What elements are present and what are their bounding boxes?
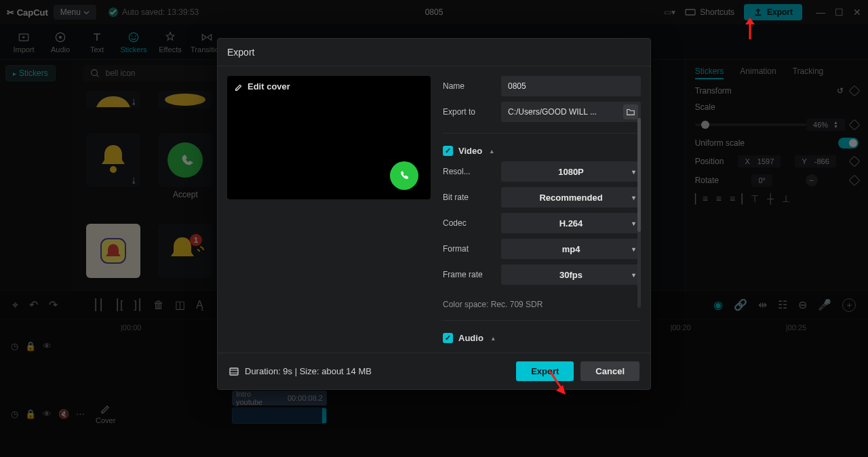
- sticker-item[interactable]: ⭳: [83, 91, 143, 108]
- lock-icon[interactable]: 🔒: [25, 409, 36, 419]
- tool-audio[interactable]: Audio: [42, 31, 79, 54]
- sticker-item[interactable]: [83, 224, 143, 278]
- align-right-icon[interactable]: ≡▕: [730, 193, 743, 204]
- export-button[interactable]: Export: [744, 4, 802, 20]
- align-center-icon[interactable]: ≡: [716, 193, 722, 204]
- align-left-icon[interactable]: ▏≡: [695, 193, 708, 204]
- exportto-input[interactable]: C:/Users/GOOD WILL ...: [501, 102, 641, 122]
- window-close-icon[interactable]: ✕: [853, 7, 861, 18]
- tab-stickers[interactable]: Stickers: [695, 66, 724, 79]
- trim-right-icon[interactable]: ]⎮: [134, 298, 142, 311]
- clock-icon[interactable]: ◷: [11, 341, 18, 351]
- eye-icon[interactable]: 👁: [43, 409, 52, 419]
- autosave-status: Auto saved: 13:39:53: [108, 7, 199, 17]
- browse-folder-button[interactable]: [623, 104, 638, 119]
- text-icon[interactable]: Ą: [196, 299, 203, 311]
- sticker-item[interactable]: 1: [155, 224, 215, 278]
- collapse-icon[interactable]: ▴: [490, 148, 494, 155]
- svg-text:1: 1: [194, 236, 198, 244]
- tool-import[interactable]: Import: [5, 31, 42, 54]
- undo-icon[interactable]: ↶: [29, 298, 38, 311]
- film-icon: [229, 366, 239, 377]
- marker-icon[interactable]: ◉: [713, 298, 723, 311]
- keyframe-icon[interactable]: [849, 175, 861, 186]
- export-dialog: Export Edit cover Name 0805: [217, 38, 651, 390]
- tab-animation[interactable]: Animation: [740, 66, 776, 79]
- align-bottom-icon[interactable]: ⊥: [782, 193, 790, 204]
- audio-checkbox[interactable]: ✓: [443, 333, 453, 343]
- titlebar: ✂ CapCut Menu Auto saved: 13:39:53 0805 …: [0, 0, 868, 24]
- video-checkbox[interactable]: ✓: [443, 146, 453, 156]
- sticker-item[interactable]: Accept: [155, 133, 215, 199]
- tool-effects[interactable]: Effects: [152, 31, 189, 54]
- split-icon[interactable]: ⎮⎮: [93, 298, 104, 311]
- sticker-item[interactable]: [155, 91, 215, 108]
- crop-icon[interactable]: ◫: [175, 298, 185, 311]
- posx-input[interactable]: X 1597: [738, 155, 781, 167]
- uniform-toggle[interactable]: [838, 138, 859, 148]
- colorspace-text: Color space: Rec. 709 SDR: [443, 300, 641, 309]
- eye-icon[interactable]: 👁: [43, 341, 52, 351]
- scale-value[interactable]: 46%▲▼: [806, 119, 845, 131]
- resolution-select[interactable]: 1080P▾: [501, 161, 641, 182]
- ungroup-icon[interactable]: ⇹: [758, 298, 767, 311]
- phone-icon: [390, 161, 418, 190]
- bitrate-select[interactable]: Recommended▾: [501, 187, 641, 207]
- audio-section-label: Audio: [458, 333, 484, 343]
- svg-rect-14: [230, 368, 238, 375]
- sticker-item[interactable]: ⭳: [83, 133, 143, 199]
- scrollbar[interactable]: [637, 118, 641, 308]
- delete-icon[interactable]: 🗑: [153, 299, 164, 311]
- tab-tracking[interactable]: Tracking: [793, 66, 824, 79]
- cover-button[interactable]: Cover: [96, 403, 115, 424]
- video-clip[interactable]: Intro youtube 00:00:08.2: [232, 391, 327, 405]
- minus-icon[interactable]: −: [806, 174, 818, 186]
- tool-text[interactable]: Text: [79, 31, 115, 54]
- modal-export-button[interactable]: Export: [516, 361, 574, 381]
- align-top-icon[interactable]: ⊤: [751, 193, 759, 204]
- modal-cancel-button[interactable]: Cancel: [580, 361, 639, 381]
- svg-point-3: [59, 35, 62, 38]
- window-minimize-icon[interactable]: —: [816, 7, 825, 18]
- clock-icon[interactable]: ◷: [11, 409, 18, 419]
- caption-icon[interactable]: ☷: [778, 298, 787, 311]
- svg-rect-0: [686, 9, 695, 15]
- rotate-input[interactable]: 0°: [751, 174, 772, 186]
- inspector-panel: Stickers Animation Tracking Transform ↺ …: [686, 60, 868, 290]
- sidebar-item-stickers[interactable]: Stickers: [5, 65, 56, 81]
- tool-stickers[interactable]: Stickers: [115, 31, 152, 54]
- posy-input[interactable]: Y -866: [795, 155, 835, 167]
- align-mid-icon[interactable]: ┼: [767, 193, 774, 204]
- trim-left-icon[interactable]: ⎮[: [115, 298, 123, 311]
- link-icon[interactable]: 🔗: [734, 298, 747, 311]
- shortcuts-button[interactable]: Shortcuts: [685, 7, 734, 18]
- cursor-icon[interactable]: ⌖: [12, 299, 18, 311]
- name-input[interactable]: 0805: [501, 76, 641, 96]
- menu-button[interactable]: Menu: [54, 5, 96, 20]
- mic-icon[interactable]: 🎤: [818, 298, 831, 311]
- reset-icon[interactable]: ↺: [837, 86, 844, 96]
- codec-select[interactable]: H.264▾: [501, 213, 641, 233]
- more-icon[interactable]: ⋯: [76, 409, 85, 419]
- mute-icon[interactable]: 🔇: [58, 409, 69, 419]
- category-sidebar: Stickers: [0, 60, 74, 290]
- aspect-icon[interactable]: ▭▾: [664, 7, 675, 17]
- format-select[interactable]: mp4▾: [501, 239, 641, 259]
- transform-label: Transform: [695, 86, 732, 96]
- chevron-down-icon: ▾: [632, 245, 635, 253]
- video-clip-thumb[interactable]: [232, 408, 327, 424]
- edit-cover-button[interactable]: Edit cover: [234, 81, 290, 92]
- window-maximize-icon[interactable]: ☐: [835, 7, 844, 18]
- remove-icon[interactable]: ⊖: [798, 298, 807, 311]
- lock-icon[interactable]: 🔒: [25, 341, 36, 351]
- keyframe-icon[interactable]: [849, 119, 861, 131]
- add-track-icon[interactable]: ＋: [842, 298, 856, 312]
- fps-select[interactable]: 30fps▾: [501, 264, 641, 285]
- svg-point-6: [135, 35, 136, 37]
- chevron-down-icon: ▾: [632, 168, 635, 176]
- redo-icon[interactable]: ↷: [49, 298, 58, 311]
- keyframe-icon[interactable]: [848, 156, 860, 167]
- cover-preview: Edit cover: [227, 76, 431, 199]
- keyframe-icon[interactable]: [849, 85, 861, 97]
- collapse-icon[interactable]: ▴: [492, 335, 495, 342]
